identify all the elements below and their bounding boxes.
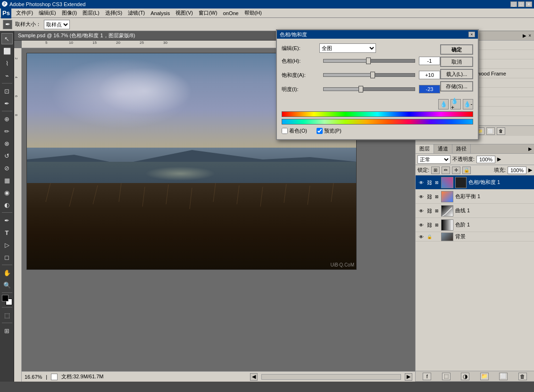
heal-tool[interactable]: ⊕ bbox=[1, 113, 13, 125]
dodge-tool[interactable]: ◐ bbox=[1, 199, 13, 210]
menu-onone[interactable]: onOne bbox=[220, 9, 242, 17]
layer-visibility-bg[interactable] bbox=[417, 234, 425, 240]
layer-item-levels[interactable]: ⛓ ⊠ 色阶 1 bbox=[416, 218, 534, 232]
move-tool[interactable]: ↖ bbox=[1, 33, 13, 44]
hue-label: 色相(H): bbox=[282, 58, 319, 65]
layer-group-btn[interactable]: 📁 bbox=[480, 373, 489, 380]
lock-position-btn[interactable]: ✛ bbox=[452, 167, 460, 174]
lock-all-btn[interactable]: 🔒 bbox=[462, 167, 471, 174]
fill-input[interactable] bbox=[508, 167, 526, 174]
layer-visibility-curves[interactable] bbox=[417, 208, 425, 214]
bright-slider-track[interactable] bbox=[323, 87, 415, 91]
maximize-btn[interactable]: □ bbox=[518, 1, 525, 7]
sat-slider-track[interactable] bbox=[323, 73, 415, 77]
hue-slider-track[interactable] bbox=[323, 59, 415, 63]
dialog-ok-btn[interactable]: 确定 bbox=[440, 44, 473, 55]
sat-slider-thumb[interactable] bbox=[370, 72, 375, 78]
lasso-tool[interactable]: ⌇ bbox=[1, 58, 13, 69]
shape-tool[interactable]: ◻ bbox=[1, 251, 13, 263]
close-btn[interactable]: × bbox=[526, 1, 532, 7]
selection-tool[interactable]: ⬜ bbox=[1, 45, 13, 57]
layer-thumb-color-balance bbox=[441, 191, 453, 202]
sample-eyedropper[interactable]: 💧 bbox=[438, 99, 449, 109]
layer-adjustment-btn[interactable]: ◑ bbox=[461, 373, 469, 380]
history-brush-tool[interactable]: ↺ bbox=[1, 150, 13, 161]
colorize-label[interactable]: 着色(O) bbox=[282, 127, 307, 134]
add-sample-eyedropper[interactable]: 💧+ bbox=[451, 99, 461, 109]
zoom-tool[interactable]: 🔍 bbox=[1, 279, 13, 291]
menu-help[interactable]: 帮助(H) bbox=[242, 8, 265, 17]
brush-tool[interactable]: ✏ bbox=[1, 125, 13, 137]
window-controls[interactable]: _ □ × bbox=[510, 1, 532, 7]
tab-channels[interactable]: 通道 bbox=[434, 144, 452, 153]
menu-file[interactable]: 文件(F) bbox=[13, 8, 36, 17]
magic-wand-tool[interactable]: ⌁ bbox=[1, 70, 13, 81]
layer-link-hue-sat: ⛓ bbox=[426, 180, 433, 185]
layer-item-curves[interactable]: ⛓ ⊠ 曲线 1 bbox=[416, 204, 534, 218]
canvas-mode-btn[interactable] bbox=[51, 374, 58, 380]
fill-arrow[interactable]: ▶ bbox=[528, 167, 532, 173]
preview-checkbox[interactable] bbox=[317, 128, 323, 134]
bright-value[interactable]: -23 bbox=[419, 85, 440, 93]
text-tool[interactable]: T bbox=[1, 227, 13, 238]
layer-item-color-balance[interactable]: ⛓ ⊠ 色彩平衡 1 bbox=[416, 190, 534, 204]
dialog-close-btn[interactable]: × bbox=[468, 32, 475, 37]
path-select-tool[interactable]: ▷ bbox=[1, 239, 13, 250]
layer-item-hue-sat[interactable]: ⛓ ⊠ 色相/饱和度 1 bbox=[416, 175, 534, 190]
saturation-slider-row: 饱和度(A): +10 bbox=[282, 71, 473, 79]
blend-mode-select[interactable]: 正常 bbox=[417, 155, 451, 164]
menu-window[interactable]: 窗口(W) bbox=[196, 8, 220, 17]
menu-edit[interactable]: 编辑(E) bbox=[36, 8, 59, 17]
layer-visibility-hue-sat[interactable] bbox=[417, 180, 425, 185]
lock-image-btn[interactable]: ✏ bbox=[442, 167, 450, 174]
actions-panel-close-icon[interactable]: × bbox=[528, 33, 531, 38]
hue-slider-thumb[interactable] bbox=[366, 58, 371, 64]
action-delete-btn[interactable]: 🗑 bbox=[497, 127, 505, 135]
hand-tool[interactable]: ✋ bbox=[1, 267, 13, 278]
menu-image[interactable]: 图像(I) bbox=[59, 8, 80, 17]
menu-analysis[interactable]: Analysis bbox=[148, 9, 173, 17]
dialog-title-bar[interactable]: 色相/饱和度 × bbox=[277, 30, 478, 39]
hue-value[interactable]: -1 bbox=[419, 57, 440, 65]
layer-item-bg[interactable]: 🔒 背景 bbox=[416, 232, 534, 242]
eraser-tool[interactable]: ⊘ bbox=[1, 162, 13, 174]
menu-view[interactable]: 视图(V) bbox=[173, 8, 196, 17]
foreground-bg-colors[interactable] bbox=[2, 295, 12, 305]
stamp-tool[interactable]: ⊗ bbox=[1, 138, 13, 149]
menu-select[interactable]: 选择(S) bbox=[102, 8, 125, 17]
remove-sample-eyedropper[interactable]: 💧- bbox=[463, 99, 473, 109]
bright-slider-thumb[interactable] bbox=[359, 86, 363, 92]
layer-style-btn[interactable]: f bbox=[423, 373, 431, 380]
menu-layer[interactable]: 图层(L) bbox=[80, 8, 102, 17]
scroll-left-btn[interactable]: ◀ bbox=[250, 373, 258, 381]
layer-mask-btn[interactable]: ⬚ bbox=[442, 373, 451, 380]
lock-transparent-btn[interactable]: ⊞ bbox=[431, 167, 440, 174]
blur-tool[interactable]: ◉ bbox=[1, 187, 13, 198]
minimize-btn[interactable]: _ bbox=[510, 1, 517, 7]
layer-delete-btn[interactable]: 🗑 bbox=[518, 373, 527, 380]
menu-filter[interactable]: 滤镜(T) bbox=[125, 8, 148, 17]
dialog-edit-select[interactable]: 全图 红色 黄色 绿色 青色 蓝色 洋红 bbox=[319, 43, 376, 53]
crop-tool[interactable]: ⊡ bbox=[1, 85, 13, 97]
tab-paths[interactable]: 路径 bbox=[452, 144, 471, 153]
tab-layers[interactable]: 图层 bbox=[416, 144, 434, 153]
actions-panel-menu-icon[interactable]: ▶ bbox=[523, 33, 526, 38]
screen-mode-btn[interactable]: ⊞ bbox=[1, 325, 13, 336]
layer-mask-color-balance: ⊠ bbox=[434, 194, 440, 199]
pen-tool[interactable]: ✒ bbox=[1, 215, 13, 226]
gradient-tool[interactable]: ▦ bbox=[1, 175, 13, 186]
layers-panel-menu-icon[interactable]: ▶ bbox=[526, 146, 534, 151]
eyedropper-tool[interactable]: ✒ bbox=[1, 98, 13, 109]
action-new-btn[interactable]: ⬜ bbox=[486, 127, 495, 135]
sat-value[interactable]: +10 bbox=[419, 71, 440, 79]
opacity-input[interactable] bbox=[476, 156, 495, 163]
preview-label[interactable]: 预览(P) bbox=[317, 127, 342, 134]
layer-visibility-levels[interactable] bbox=[417, 222, 425, 228]
scroll-right-btn[interactable]: ▶ bbox=[405, 373, 412, 381]
colorize-checkbox[interactable] bbox=[282, 128, 288, 134]
quick-mask-btn[interactable]: ⬚ bbox=[1, 309, 13, 321]
layer-new-btn[interactable]: ⬜ bbox=[499, 373, 508, 380]
opacity-arrow[interactable]: ▶ bbox=[497, 156, 501, 162]
sample-size-select[interactable]: 取样点 bbox=[44, 20, 70, 29]
layer-visibility-color-balance[interactable] bbox=[417, 194, 425, 200]
